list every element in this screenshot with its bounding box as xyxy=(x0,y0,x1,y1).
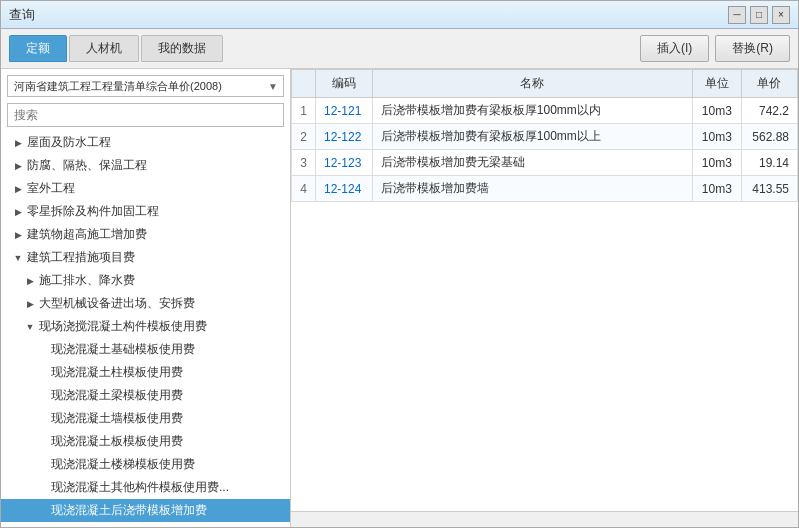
cell-code: 12-124 xyxy=(316,176,373,202)
tree-label: 现浇混凝土墙模板使用费 xyxy=(51,410,183,427)
tree-label: 现浇混凝土板模板使用费 xyxy=(51,433,183,450)
no-toggle xyxy=(35,481,49,495)
tree-label: 现场预制混凝土构件模板使用费 xyxy=(39,525,207,527)
table-scroll-area[interactable]: 编码 名称 单位 单价 1 12-121 后浇带模板增加费有梁板板厚100mm以… xyxy=(291,69,798,511)
tree-item-yuzhi[interactable]: ▶ 现场预制混凝土构件模板使用费 xyxy=(1,522,290,527)
col-header-unit: 单位 xyxy=(692,70,741,98)
tree-label: 现场浇搅混凝土构件模板使用费 xyxy=(39,318,207,335)
no-toggle xyxy=(35,435,49,449)
tree-label: 现浇混凝土楼梯模板使用费 xyxy=(51,456,195,473)
tree-item-qiang[interactable]: 现浇混凝土墙模板使用费 xyxy=(1,407,290,430)
expand-icon: ▼ xyxy=(11,251,25,265)
category-dropdown[interactable]: 河南省建筑工程工程量清单综合单价(2008) xyxy=(7,75,284,97)
cell-unit: 10m3 xyxy=(692,124,741,150)
title-controls: ─ □ × xyxy=(728,6,790,24)
cell-code: 12-123 xyxy=(316,150,373,176)
col-header-rownum xyxy=(292,70,316,98)
cell-price: 19.14 xyxy=(741,150,797,176)
no-toggle xyxy=(35,343,49,357)
content-area: 定额 人材机 我的数据 插入(I) 替换(R) 河南省建筑工程工程量清单综合单价… xyxy=(1,29,798,527)
tree-item-jianzhu[interactable]: ▼ 建筑工程措施项目费 xyxy=(1,246,290,269)
action-buttons: 插入(I) 替换(R) xyxy=(640,35,790,62)
cell-unit: 10m3 xyxy=(692,176,741,202)
dropdown-wrapper: 河南省建筑工程工程量清单综合单价(2008) ▼ xyxy=(7,75,284,97)
tree-item-shiwai[interactable]: ▶ 室外工程 xyxy=(1,177,290,200)
tree-label: 室外工程 xyxy=(27,180,75,197)
title-bar: 查询 ─ □ × xyxy=(1,1,798,29)
tree-label: 零星拆除及构件加固工程 xyxy=(27,203,159,220)
cell-code: 12-121 xyxy=(316,98,373,124)
tree-label: 建筑工程措施项目费 xyxy=(27,249,135,266)
expand-icon: ▶ xyxy=(23,527,37,528)
tree-label: 防腐、隔热、保温工程 xyxy=(27,157,147,174)
cell-name: 后浇带模板增加费有梁板板厚100mm以内 xyxy=(372,98,692,124)
tab-mydata[interactable]: 我的数据 xyxy=(141,35,223,62)
no-toggle xyxy=(35,366,49,380)
tree-label: 现浇混凝土梁模板使用费 xyxy=(51,387,183,404)
search-input[interactable] xyxy=(7,103,284,127)
search-row xyxy=(1,101,290,131)
tree-item-jichu[interactable]: 现浇混凝土基础模板使用费 xyxy=(1,338,290,361)
cell-unit: 10m3 xyxy=(692,150,741,176)
tab-rencaiji[interactable]: 人材机 xyxy=(69,35,139,62)
tree-item-fangfu[interactable]: ▶ 防腐、隔热、保温工程 xyxy=(1,154,290,177)
cell-rownum: 4 xyxy=(292,176,316,202)
expand-icon: ▼ xyxy=(23,320,37,334)
tree-item-louti[interactable]: 现浇混凝土楼梯模板使用费 xyxy=(1,453,290,476)
cell-code: 12-122 xyxy=(316,124,373,150)
window-title: 查询 xyxy=(9,6,35,24)
expand-icon: ▶ xyxy=(11,205,25,219)
tab-bar: 定额 人材机 我的数据 xyxy=(9,35,223,62)
close-button[interactable]: × xyxy=(772,6,790,24)
table-row[interactable]: 2 12-122 后浇带模板增加费有梁板板厚100mm以上 10m3 562.8… xyxy=(292,124,798,150)
tree-item-lingxing[interactable]: ▶ 零星拆除及构件加固工程 xyxy=(1,200,290,223)
tree-item-qita[interactable]: 现浇混凝土其他构件模板使用费... xyxy=(1,476,290,499)
tree-item-liang[interactable]: 现浇混凝土梁模板使用费 xyxy=(1,384,290,407)
data-table: 编码 名称 单位 单价 1 12-121 后浇带模板增加费有梁板板厚100mm以… xyxy=(291,69,798,202)
maximize-button[interactable]: □ xyxy=(750,6,768,24)
table-header-row: 编码 名称 单位 单价 xyxy=(292,70,798,98)
toolbar: 定额 人材机 我的数据 插入(I) 替换(R) xyxy=(1,29,798,69)
tree-item-xianchang[interactable]: ▼ 现场浇搅混凝土构件模板使用费 xyxy=(1,315,290,338)
tree-item-chaogao[interactable]: ▶ 建筑物超高施工增加费 xyxy=(1,223,290,246)
col-header-name: 名称 xyxy=(372,70,692,98)
expand-icon: ▶ xyxy=(11,136,25,150)
tab-dinge[interactable]: 定额 xyxy=(9,35,67,62)
cell-rownum: 2 xyxy=(292,124,316,150)
expand-icon: ▶ xyxy=(23,297,37,311)
cell-name: 后浇带模板增加费有梁板板厚100mm以上 xyxy=(372,124,692,150)
tree-item-paishui[interactable]: ▶ 施工排水、降水费 xyxy=(1,269,290,292)
cell-price: 562.88 xyxy=(741,124,797,150)
table-row[interactable]: 4 12-124 后浇带模板增加费墙 10m3 413.55 xyxy=(292,176,798,202)
tree-label: 现浇混凝土后浇带模板增加费 xyxy=(51,502,207,519)
expand-icon: ▶ xyxy=(11,228,25,242)
bottom-scrollbar[interactable] xyxy=(291,511,798,527)
minimize-button[interactable]: ─ xyxy=(728,6,746,24)
cell-name: 后浇带模板增加费无梁基础 xyxy=(372,150,692,176)
tree-item-houzhaodai[interactable]: 现浇混凝土后浇带模板增加费 xyxy=(1,499,290,522)
tree-label: 屋面及防水工程 xyxy=(27,134,111,151)
insert-button[interactable]: 插入(I) xyxy=(640,35,709,62)
tree-item-ban[interactable]: 现浇混凝土板模板使用费 xyxy=(1,430,290,453)
left-panel: 河南省建筑工程工程量清单综合单价(2008) ▼ ▶ 屋面及防水工程 ▶ xyxy=(1,69,291,527)
cell-price: 413.55 xyxy=(741,176,797,202)
dropdown-row: 河南省建筑工程工程量清单综合单价(2008) ▼ xyxy=(1,69,290,101)
no-toggle xyxy=(35,412,49,426)
tree-label: 现浇混凝土基础模板使用费 xyxy=(51,341,195,358)
cell-rownum: 1 xyxy=(292,98,316,124)
tree-label: 现浇混凝土其他构件模板使用费... xyxy=(51,479,229,496)
cell-rownum: 3 xyxy=(292,150,316,176)
table-row[interactable]: 1 12-121 后浇带模板增加费有梁板板厚100mm以内 10m3 742.2 xyxy=(292,98,798,124)
right-panel: 编码 名称 单位 单价 1 12-121 后浇带模板增加费有梁板板厚100mm以… xyxy=(291,69,798,527)
replace-button[interactable]: 替换(R) xyxy=(715,35,790,62)
main-window: 查询 ─ □ × 定额 人材机 我的数据 插入(I) 替换(R) xyxy=(0,0,799,528)
tree-item-zhu[interactable]: 现浇混凝土柱模板使用费 xyxy=(1,361,290,384)
tree-item-daxing[interactable]: ▶ 大型机械设备进出场、安拆费 xyxy=(1,292,290,315)
expand-icon: ▶ xyxy=(23,274,37,288)
table-row[interactable]: 3 12-123 后浇带模板增加费无梁基础 10m3 19.14 xyxy=(292,150,798,176)
tree-container[interactable]: ▶ 屋面及防水工程 ▶ 防腐、隔热、保温工程 ▶ 室外工程 ▶ 零星拆除及构件加… xyxy=(1,131,290,527)
tree-label: 现浇混凝土柱模板使用费 xyxy=(51,364,183,381)
tree-item-wumian[interactable]: ▶ 屋面及防水工程 xyxy=(1,131,290,154)
tree-label: 建筑物超高施工增加费 xyxy=(27,226,147,243)
tree-label: 施工排水、降水费 xyxy=(39,272,135,289)
